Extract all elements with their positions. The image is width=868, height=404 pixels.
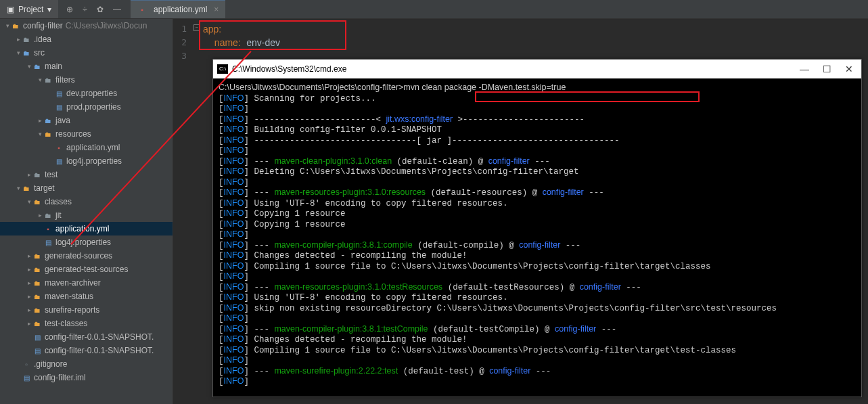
expand-icon[interactable]: ▾ <box>26 63 32 70</box>
tree-item[interactable]: ▤config-filter-0.0.1-SNAPSHOT. <box>0 344 173 357</box>
tree-item[interactable]: ▸🖿generated-test-sources <box>0 263 173 276</box>
tree-item[interactable]: ▤config-filter.iml <box>0 371 173 384</box>
tree-item[interactable]: ▤log4j.properties <box>0 154 173 168</box>
cmd-window[interactable]: C:\ C:\Windows\System32\cmd.exe — ☐ ✕ C:… <box>212 59 862 397</box>
tree-item[interactable]: ▪application.yml <box>0 222 173 235</box>
tree-item[interactable]: ▸🖿test-classes <box>0 317 173 330</box>
expand-icon[interactable]: ▸ <box>26 279 32 286</box>
dir-m-icon: 🖿 <box>32 319 42 328</box>
close-icon[interactable]: ✕ <box>845 64 853 74</box>
tree-item[interactable]: ▸🖿java <box>0 114 173 127</box>
expand-icon[interactable]: ▾ <box>37 131 43 137</box>
tree-item[interactable]: ▾🖿src <box>0 46 173 60</box>
tree-item[interactable]: ▾🖿resources <box>0 127 173 141</box>
expand-icon[interactable]: ▾ <box>4 22 11 29</box>
tree-item[interactable]: ▸🖿test <box>0 168 173 181</box>
tree-label: config-filter <box>23 21 63 30</box>
tree-item[interactable]: ▸🖿.idea <box>0 32 173 46</box>
cmd-output: C:\Users\Jitwxs\Documents\Projects\confi… <box>213 78 861 397</box>
tree-label: dev.properties <box>66 89 117 98</box>
tree-item[interactable]: ▸🖿maven-status <box>0 290 173 303</box>
expand-icon[interactable]: ▸ <box>26 266 32 273</box>
expand-icon[interactable]: ▾ <box>15 49 22 56</box>
tree-label: log4j.properties <box>66 156 122 166</box>
expand-icon[interactable]: ▸ <box>15 36 22 43</box>
dir-b-icon: 🖿 <box>32 62 42 71</box>
tree-item[interactable]: ▫.gitignore <box>0 357 173 371</box>
hide-icon[interactable]: — <box>113 5 121 14</box>
target-icon[interactable]: ⊕ <box>66 5 73 14</box>
expand-icon[interactable]: ▾ <box>37 76 43 83</box>
tree-label: prod.properties <box>66 102 121 112</box>
tree-label: log4j.properties <box>55 238 111 247</box>
prop-icon: ▤ <box>54 156 64 166</box>
project-dropdown[interactable]: ▣ Project ▾ <box>0 0 58 18</box>
gear-icon[interactable]: ✿ <box>97 5 104 14</box>
tree-item[interactable]: ▸🖿jit <box>0 208 173 222</box>
dir-icon: 🖿 <box>32 170 42 179</box>
tree-item[interactable]: ▸🖿surefire-reports <box>0 303 173 317</box>
topbar: ▣ Project ▾ ⊕ ÷ ✿ — ▪ application.yml × <box>0 0 868 19</box>
tree-item[interactable]: ▤config-filter-0.0.1-SNAPSHOT. <box>0 330 173 344</box>
maximize-icon[interactable]: ☐ <box>823 64 831 74</box>
expand-icon[interactable]: ▸ <box>26 320 32 327</box>
expand-icon[interactable]: ▸ <box>37 212 43 219</box>
tree-item[interactable]: ▾🖿target <box>0 181 173 195</box>
tree-item[interactable]: ▾🖿main <box>0 60 173 73</box>
dir-m-icon: 🖿 <box>32 305 42 315</box>
folder-icon: ▣ <box>7 5 14 14</box>
tab-application-yml[interactable]: ▪ application.yml × <box>131 0 225 18</box>
prop-icon: ▤ <box>32 346 42 355</box>
dir-b-icon: 🖿 <box>43 116 53 125</box>
dir-m-icon: 🖿 <box>32 197 42 206</box>
tree-label: config-filter-0.0.1-SNAPSHOT. <box>45 332 154 342</box>
expand-icon[interactable]: ▾ <box>26 198 32 205</box>
tree-item[interactable]: ▸🖿maven-archiver <box>0 276 173 290</box>
expand-icon[interactable]: ▸ <box>37 117 43 124</box>
dir-b-icon: 🖿 <box>22 48 31 58</box>
collapse-icon[interactable]: ÷ <box>83 5 87 14</box>
yml-icon: ▪ <box>43 224 53 233</box>
tree-label: config-filter.iml <box>34 373 86 382</box>
tree-label: filters <box>55 75 75 85</box>
dir-m-icon: 🖿 <box>32 251 42 261</box>
dir-m-icon: 🖿 <box>22 183 31 193</box>
minimize-icon[interactable]: — <box>800 64 809 74</box>
expand-icon[interactable]: ▸ <box>26 293 32 300</box>
file-icon: ▫ <box>22 359 31 369</box>
prop-icon: ▤ <box>43 238 53 247</box>
tree-label: surefire-reports <box>45 305 99 315</box>
expand-icon[interactable]: ▸ <box>26 252 32 259</box>
fold-icon[interactable]: − <box>193 24 200 31</box>
tree-label: main <box>45 62 62 71</box>
cmd-titlebar[interactable]: C:\ C:\Windows\System32\cmd.exe — ☐ ✕ <box>213 60 861 78</box>
tree-item[interactable]: ▤dev.properties <box>0 87 173 100</box>
dir-m-icon: 🖿 <box>11 21 20 30</box>
tree-item[interactable]: ▾🖿config-filterC:\Users\Jitwxs\Docun <box>0 19 173 32</box>
expand-icon[interactable]: ▸ <box>26 171 32 178</box>
dir-icon: 🖿 <box>43 210 53 220</box>
editor-tabs: ▪ application.yml × <box>131 0 225 18</box>
tree-item[interactable]: ▸🖿generated-sources <box>0 249 173 263</box>
tree-label: src <box>34 48 45 58</box>
dir-m-icon: 🖿 <box>32 278 42 288</box>
dir-m-icon: 🖿 <box>43 129 53 139</box>
tree-item[interactable]: ▾🖿filters <box>0 73 173 87</box>
top-toolbar-icons: ⊕ ÷ ✿ — <box>66 5 121 14</box>
project-tree[interactable]: ▾🖿config-filterC:\Users\Jitwxs\Docun▸🖿.i… <box>0 19 173 404</box>
expand-icon[interactable]: ▾ <box>15 185 22 192</box>
tree-label: application.yml <box>66 143 120 152</box>
tree-label: generated-test-sources <box>45 265 128 274</box>
tree-label: resources <box>55 129 91 139</box>
code-content: app: name: env-dev <box>203 22 280 49</box>
expand-icon[interactable]: ▸ <box>26 307 32 313</box>
tree-label: config-filter-0.0.1-SNAPSHOT. <box>45 346 154 355</box>
tree-path: C:\Users\Jitwxs\Docun <box>66 21 147 30</box>
tree-label: maven-archiver <box>45 278 101 288</box>
tree-item[interactable]: ▤log4j.properties <box>0 235 173 249</box>
tree-label: .idea <box>34 35 51 44</box>
tree-item[interactable]: ▪application.yml <box>0 141 173 154</box>
tree-item[interactable]: ▾🖿classes <box>0 195 173 208</box>
close-icon[interactable]: × <box>214 5 219 14</box>
tree-item[interactable]: ▤prod.properties <box>0 100 173 114</box>
